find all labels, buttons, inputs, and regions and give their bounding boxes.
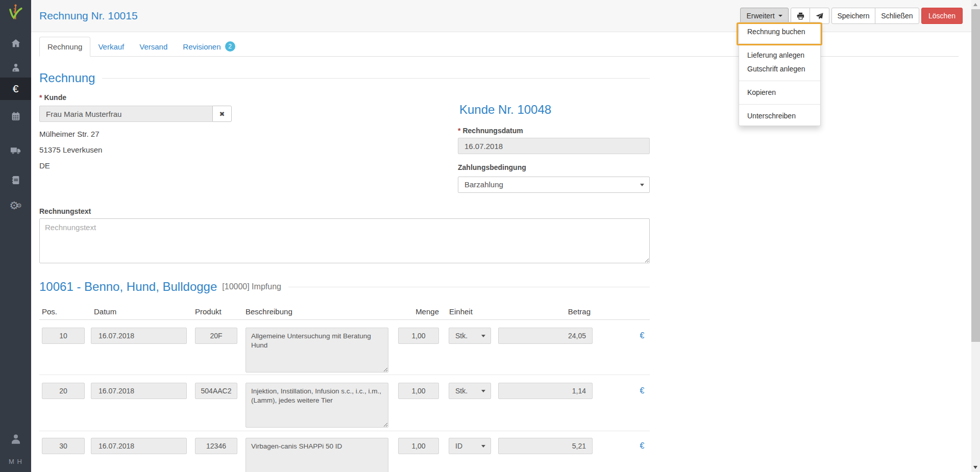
page: { "app": { "user_initials": "M H" }, "co…: [0, 0, 980, 472]
section-title-rechnung: Rechnung: [39, 71, 650, 85]
kunde-label: *Kunde: [39, 93, 66, 102]
loeschen-button[interactable]: Löschen: [921, 8, 963, 24]
menu-item-lieferung-anlegen[interactable]: Lieferung anlegen: [739, 48, 820, 62]
kunde-input[interactable]: [39, 106, 213, 122]
book-icon: [10, 175, 21, 186]
row-separator: [39, 375, 650, 375]
row-currency-link[interactable]: €: [636, 441, 648, 451]
rechnungsdatum-input[interactable]: [458, 138, 650, 154]
col-header-beschreibung: Beschreibung: [246, 307, 292, 316]
kunde-nr-heading: Kunde Nr. 10048: [459, 103, 551, 117]
row-produkt-input[interactable]: [195, 383, 237, 399]
col-header-betrag: Betrag: [498, 307, 591, 316]
tab-verkauf[interactable]: Verkauf: [90, 37, 132, 56]
row-datum-input[interactable]: [91, 383, 187, 399]
sidebar-item-settings[interactable]: ⚙⚙: [0, 200, 31, 211]
sidebar-item-patients[interactable]: [0, 62, 31, 73]
vet-logo-icon: [6, 3, 26, 22]
erweitert-dropdown-menu: Rechnung buchen Lieferung anlegen Gutsch…: [739, 22, 821, 126]
user-initials: M H: [0, 458, 31, 465]
rechnungstext-textarea[interactable]: [39, 218, 650, 263]
required-marker: *: [458, 127, 460, 135]
rechnungstext-label: Rechnungstext: [39, 207, 91, 215]
row-betrag-input[interactable]: [498, 383, 593, 399]
gears-icon: ⚙⚙: [9, 200, 22, 211]
sidebar-item-billing-active[interactable]: €: [0, 78, 31, 100]
select-caret-icon: [481, 445, 485, 448]
kunde-clear-button[interactable]: ✖: [212, 106, 232, 122]
row-einheit-select[interactable]: Stk.: [449, 383, 491, 399]
row-datum-input[interactable]: [91, 438, 187, 454]
address-city: 51375 Leverkusen: [39, 142, 102, 158]
scroll-down-arrow[interactable]: [973, 466, 977, 469]
menu-divider: [739, 104, 820, 105]
patient-subtitle: [10000] Impfung: [222, 282, 281, 291]
row-menge-input[interactable]: [398, 438, 439, 454]
required-marker: *: [39, 93, 42, 102]
truck-icon: [10, 144, 21, 156]
calendar-icon: [10, 111, 21, 122]
schliessen-button[interactable]: Schließen: [875, 8, 919, 24]
row-beschreibung-textarea[interactable]: Injektion, Instillation, Infusion s.c., …: [246, 383, 388, 428]
row-currency-link[interactable]: €: [636, 331, 648, 340]
select-caret-icon: [481, 335, 485, 337]
menu-item-kopieren[interactable]: Kopieren: [739, 86, 820, 100]
heading-rule: [102, 78, 650, 79]
col-header-einheit: Einheit: [449, 307, 473, 316]
tab-rechnung[interactable]: Rechnung: [39, 37, 90, 57]
euro-icon: €: [13, 83, 19, 94]
row-pos-input[interactable]: [42, 328, 85, 344]
row-beschreibung-textarea[interactable]: Allgemeine Untersuchung mit Beratung Hun…: [246, 328, 388, 372]
sidebar-item-delivery[interactable]: [0, 144, 31, 156]
sidebar: € ⚙⚙: [0, 0, 31, 472]
page-title: Rechnung Nr. 10015: [39, 0, 138, 32]
speichern-button[interactable]: Speichern: [831, 8, 875, 24]
row-currency-link[interactable]: €: [636, 386, 648, 395]
scrollbar: [971, 0, 980, 472]
row-datum-input[interactable]: [91, 328, 187, 344]
row-menge-input[interactable]: [398, 383, 439, 399]
zahlungsbedingung-select[interactable]: Barzahlung: [458, 177, 650, 193]
row-betrag-input[interactable]: [498, 438, 593, 454]
rechnungsdatum-label: *Rechnungsdatum: [458, 127, 523, 135]
app-logo[interactable]: [6, 3, 26, 22]
row-pos-input[interactable]: [42, 383, 85, 399]
col-header-datum: Datum: [94, 307, 116, 316]
sidebar-item-journal[interactable]: [0, 175, 31, 186]
row-einheit-select[interactable]: ID: [449, 438, 491, 454]
scroll-up-arrow[interactable]: [973, 3, 977, 6]
menu-item-gutschrift-anlegen[interactable]: Gutschrift anlegen: [739, 62, 820, 76]
user-icon: [9, 433, 22, 446]
row-menge-input[interactable]: [398, 328, 439, 344]
row-betrag-input[interactable]: [498, 328, 593, 344]
row-beschreibung-textarea[interactable]: Virbagen-canis SHAPPi 50 ID: [246, 438, 388, 472]
select-caret-icon: [481, 390, 485, 392]
table-header-rule: [39, 319, 650, 320]
revisions-count-badge: 2: [225, 41, 235, 52]
sidebar-user[interactable]: [0, 433, 31, 446]
row-produkt-input[interactable]: [195, 438, 237, 454]
sidebar-item-calendar[interactable]: [0, 111, 31, 122]
sidebar-item-home[interactable]: [0, 38, 31, 49]
caret-down-icon: [778, 15, 782, 17]
col-header-produkt: Produkt: [195, 307, 222, 316]
scrollbar-thumb[interactable]: [971, 9, 980, 342]
row-produkt-input[interactable]: [195, 328, 237, 344]
printer-icon: [796, 12, 805, 20]
select-caret-icon: [640, 184, 644, 186]
paper-plane-icon: [815, 12, 824, 20]
home-icon: [10, 38, 21, 49]
clear-x-icon: ✖: [219, 110, 225, 118]
menu-divider: [739, 43, 820, 44]
row-einheit-select[interactable]: Stk.: [449, 328, 491, 344]
save-close-group: Speichern Schließen: [831, 8, 919, 24]
menu-item-unterschreiben[interactable]: Unterschreiben: [739, 109, 820, 123]
menu-item-rechnung-buchen[interactable]: Rechnung buchen: [739, 25, 820, 39]
tab-versand[interactable]: Versand: [132, 37, 175, 56]
patient-section-title: 10061 - Benno, Hund, Bulldogge [10000] I…: [39, 280, 650, 294]
tab-revisionen[interactable]: Revisionen 2: [175, 37, 242, 56]
row-separator: [39, 431, 650, 431]
row-pos-input[interactable]: [42, 438, 85, 454]
menu-divider: [739, 81, 820, 81]
heading-rule: [288, 287, 650, 287]
